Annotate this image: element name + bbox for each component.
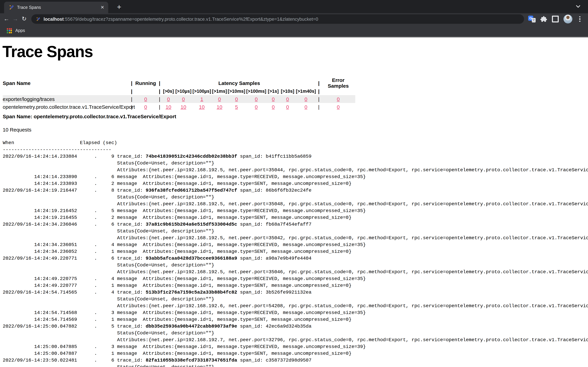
error-count-link[interactable]: 0 — [337, 96, 340, 102]
latency-bucket-link[interactable]: 0 — [286, 104, 289, 110]
log-entry-event: 14:24:49.220777 . 1 message Attributes:{… — [3, 282, 588, 289]
running-count-link[interactable]: 0 — [144, 104, 147, 110]
latency-bucket-link[interactable]: 0 — [218, 96, 221, 102]
latency-bucket-link[interactable]: 0 — [272, 104, 275, 110]
table-row: exporter/logging/traces|0|001000000|0 — [3, 95, 355, 103]
forward-button[interactable]: → — [11, 15, 20, 24]
trace-id-value: 82fa11055b338efcd733187347651fda — [146, 358, 237, 363]
bucket-label: [>1s] — [267, 89, 280, 94]
latency-bucket-link[interactable]: 0 — [235, 96, 238, 102]
latency-bucket-link[interactable]: 0 — [182, 96, 185, 102]
column-separator: | — [316, 88, 321, 94]
translate-extension-icon[interactable]: G 文 — [528, 16, 536, 22]
latency-bucket-link[interactable]: 5 — [235, 104, 238, 110]
address-bar[interactable]: localhost:55679/debug/tracez?zspanname=o… — [31, 14, 524, 24]
error-count-link[interactable]: 0 — [337, 104, 340, 110]
latency-bucket-link[interactable]: 0 — [286, 96, 289, 102]
page-title: Trace Spans — [2, 42, 93, 61]
log-entry-status: Status{Code=Unset, description=""} — [3, 330, 588, 336]
running-count-link[interactable]: 0 — [144, 96, 147, 102]
column-separator: | — [157, 104, 162, 110]
tab-close-icon[interactable]: ✕ — [99, 4, 105, 10]
latency-bucket-link[interactable]: 1 — [200, 96, 203, 102]
span-summary-table: Span Name|Running|Latency Samples|Error … — [3, 79, 355, 111]
log-column-headers: When Elapsed (sec) — [3, 139, 588, 146]
latency-buckets: [>0s][>10µs][>100µs][>1ms][>10ms][>100ms… — [162, 89, 316, 94]
browser-menu-icon[interactable] — [577, 16, 582, 23]
profile-avatar[interactable] — [563, 15, 572, 24]
reload-button[interactable]: ↻ — [20, 15, 29, 24]
error-samples-header: Error Samples — [321, 77, 355, 89]
log-entry-attributes: Attributes:{net.peer.ip=192.168.192.5, n… — [3, 268, 588, 275]
column-separator: | — [316, 96, 321, 102]
bucket-label: [>10s] — [280, 89, 295, 94]
trace-id-value: 37a81c9b615b204a6e515df533004d5c — [146, 222, 237, 227]
latency-bucket-link[interactable]: 0 — [304, 104, 307, 110]
browser-tab[interactable]: Trace Spans ✕ — [4, 2, 108, 13]
log-entry-attributes: Attributes:{net.peer.ip=192.168.192.5, n… — [3, 234, 588, 241]
span-name-header: Span Name — [3, 80, 129, 86]
column-separator: | — [316, 80, 321, 86]
apps-grid-icon[interactable] — [7, 28, 12, 33]
translate-char-glyph: 文 — [532, 18, 536, 22]
column-separator: | — [316, 104, 321, 110]
latency-bucket-link[interactable]: 0 — [272, 96, 275, 102]
log-entry-main: 2022/09/16-14:24:19.216447 . 8 trace_id:… — [3, 187, 588, 194]
column-separator: | — [157, 80, 162, 86]
table-header-row: Span Name|Running|Latency Samples|Error … — [3, 79, 355, 87]
column-separator: | — [129, 80, 134, 86]
tab-title: Trace Spans — [17, 5, 99, 10]
trace-id-value: 93abb5afcaa0428d37bccee9366188a9 — [146, 256, 237, 261]
table-bucket-header-row: ||[>0s][>10µs][>100µs][>1ms][>10ms][>100… — [3, 87, 355, 95]
apps-bookmark[interactable]: Apps — [15, 28, 25, 33]
log-entry-main: 2022/09/16-14:24:54.714565 . 4 trace_id:… — [3, 289, 588, 296]
trace-id-value: 513b3f1c276a7159c5a2a33b88b4fc82 — [146, 290, 237, 295]
latency-samples-header: Latency Samples — [162, 80, 316, 86]
log-entry-status: Status{Code=Unset, description=""} — [3, 194, 588, 200]
span-name-cell: exporter/logging/traces — [3, 96, 129, 102]
log-entry-event: 14:24:49.220775 . 4 message Attributes:{… — [3, 275, 588, 282]
bucket-label: [>1m40s] — [295, 89, 316, 94]
trace-id-value: 74be418390512c42346cddb02e38bb3f — [146, 154, 237, 159]
url-host: localhost — [43, 17, 64, 22]
table-row: opentelemetry.proto.collector.trace.v1.T… — [3, 103, 355, 111]
latency-bucket-link[interactable]: 10 — [199, 104, 205, 110]
latency-bucket-link[interactable]: 0 — [255, 96, 258, 102]
log-entry-attributes: Attributes:{net.peer.ip=192.168.192.5, n… — [3, 200, 588, 207]
bucket-label: [>100ms] — [246, 89, 267, 94]
column-separator: | — [129, 96, 134, 102]
log-divider: -------------------------------------- — [3, 146, 588, 153]
url-text: localhost:55679/debug/tracez?zspanname=o… — [43, 17, 318, 22]
new-tab-button[interactable]: + — [114, 3, 124, 12]
log-entry-event: 14:25:00.047885 . 3 message Attributes:{… — [3, 343, 588, 350]
latency-bucket-link[interactable]: 10 — [216, 104, 222, 110]
latency-bucket-link[interactable]: 0 — [304, 96, 307, 102]
span-name-cell: opentelemetry.proto.collector.trace.v1.T… — [3, 104, 129, 110]
zpages-favicon-small-icon — [36, 17, 41, 21]
tab-search-chevron-icon[interactable] — [576, 3, 580, 9]
bucket-label: [>100µs] — [192, 89, 212, 94]
log-entry-attributes: Attributes:{net.peer.ip=192.168.192.5, n… — [3, 167, 588, 173]
browser-toolbar: ← → ↻ localhost:55679/debug/tracez?zspan… — [0, 13, 588, 25]
latency-bucket-link[interactable]: 0 — [167, 96, 170, 102]
back-button[interactable]: ← — [2, 15, 11, 24]
side-panel-icon[interactable] — [552, 16, 559, 22]
log-entry-event: 14:24:34.236051 . 4 message Attributes:{… — [3, 241, 588, 248]
log-entry-event: 14:24:54.714568 . 3 message Attributes:{… — [3, 309, 588, 316]
request-count: 10 Requests — [3, 127, 31, 133]
column-separator: | — [129, 104, 134, 110]
column-separator: | — [129, 88, 134, 94]
browser-window: Trace Spans ✕ + ← → ↻ localhost:55679/de… — [0, 0, 588, 367]
latency-bucket-link[interactable]: 0 — [255, 104, 258, 110]
latency-bucket-link[interactable]: 10 — [165, 104, 171, 110]
latency-bucket-link[interactable]: 10 — [181, 104, 186, 110]
trace-id-value: 936fa38fcfed661712ba547f5ed747cf — [146, 188, 237, 193]
log-entry-attributes: Attributes:{net.peer.ip=192.168.192.6, n… — [3, 302, 588, 309]
column-separator: | — [157, 96, 162, 102]
log-entry-event: 14:24:54.714569 . 1 message Attributes:{… — [3, 316, 588, 323]
log-entry-main: 2022/09/16-14:24:14.233884 . 9 trace_id:… — [3, 153, 588, 160]
log-entry-event: 14:24:14.233890 . 6 message Attributes:{… — [3, 173, 588, 180]
extensions-puzzle-icon[interactable] — [540, 16, 547, 22]
log-entry-status: Status{Code=Unset, description=""} — [3, 262, 588, 268]
log-entry-event: 14:24:14.233893 . 2 message Attributes:{… — [3, 180, 588, 187]
